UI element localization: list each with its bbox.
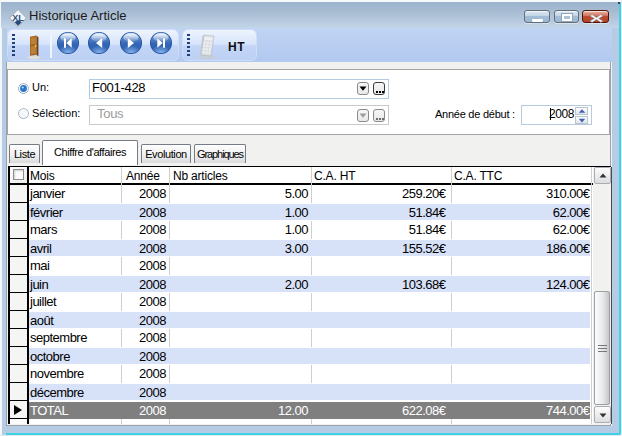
svg-text:XL: XL: [12, 12, 24, 22]
